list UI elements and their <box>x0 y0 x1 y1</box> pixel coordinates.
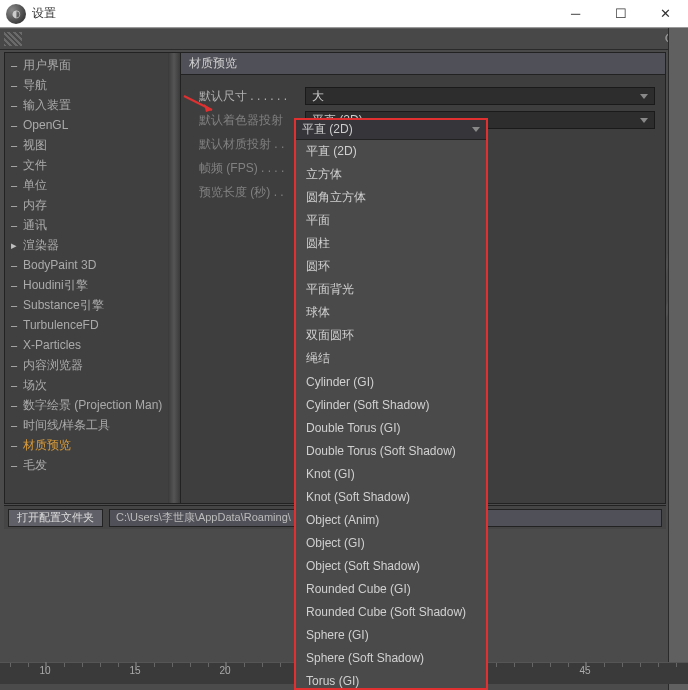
tree-dash-icon: – <box>11 339 23 351</box>
dropdown-option-12[interactable]: Double Torus (GI) <box>296 416 486 439</box>
tree-dash-icon: – <box>11 199 23 211</box>
sidebar-item-19[interactable]: –材质预览 <box>5 435 168 455</box>
toolbar <box>0 28 688 50</box>
sidebar-item-label: OpenGL <box>23 118 68 132</box>
ruler-minor-tick <box>172 663 173 667</box>
sidebar-item-11[interactable]: –Houdini引擎 <box>5 275 168 295</box>
ruler-tick: 20 <box>219 665 230 676</box>
sidebar-item-12[interactable]: –Substance引擎 <box>5 295 168 315</box>
sidebar-item-14[interactable]: –X-Particles <box>5 335 168 355</box>
sidebar-item-15[interactable]: –内容浏览器 <box>5 355 168 375</box>
ruler-minor-tick <box>190 663 191 667</box>
sidebar-item-label: TurbulenceFD <box>23 318 99 332</box>
ruler-minor-tick <box>514 663 515 667</box>
dropdown-selected[interactable]: 平直 (2D) <box>296 120 486 140</box>
sidebar-item-label: X-Particles <box>23 338 81 352</box>
dropdown-option-16[interactable]: Object (Anim) <box>296 508 486 531</box>
sidebar-item-label: Houdini引擎 <box>23 277 88 294</box>
sidebar-item-10[interactable]: –BodyPaint 3D <box>5 255 168 275</box>
sidebar-item-18[interactable]: –时间线/样条工具 <box>5 415 168 435</box>
sidebar-scrollbar[interactable] <box>168 53 180 503</box>
ruler-minor-tick <box>64 663 65 667</box>
label-fps: 帧频 (FPS) . . . . <box>199 160 305 177</box>
ruler-minor-tick <box>586 663 587 667</box>
tree-dash-icon: – <box>11 459 23 471</box>
ruler-minor-tick <box>676 663 677 667</box>
dropdown-option-5[interactable]: 圆环 <box>296 255 486 278</box>
dropdown-option-19[interactable]: Rounded Cube (GI) <box>296 577 486 600</box>
ruler-minor-tick <box>568 663 569 667</box>
grip-icon <box>4 32 22 46</box>
tree-dash-icon: – <box>11 159 23 171</box>
dropdown-option-23[interactable]: Torus (GI) <box>296 669 486 690</box>
ruler-minor-tick <box>496 663 497 667</box>
label-preview-length: 预览长度 (秒) . . <box>199 184 305 201</box>
dropdown-option-17[interactable]: Object (GI) <box>296 531 486 554</box>
sidebar-item-8[interactable]: –通讯 <box>5 215 168 235</box>
sidebar-item-20[interactable]: –毛发 <box>5 455 168 475</box>
sidebar-item-label: 场次 <box>23 377 47 394</box>
ruler-minor-tick <box>658 663 659 667</box>
tree-dash-icon: – <box>11 139 23 151</box>
ruler-minor-tick <box>82 663 83 667</box>
sidebar-item-label: 输入装置 <box>23 97 71 114</box>
sidebar-item-4[interactable]: –视图 <box>5 135 168 155</box>
minimize-button[interactable]: ─ <box>553 0 598 28</box>
dropdown-selected-label: 平直 (2D) <box>302 121 353 138</box>
ruler-minor-tick <box>226 663 227 667</box>
sidebar-item-9[interactable]: ▸渲染器 <box>5 235 168 255</box>
dropdown-panel: 平直 (2D) 平直 (2D)立方体圆角立方体平面圆柱圆环平面背光球体双面圆环绳… <box>294 118 488 690</box>
dropdown-option-15[interactable]: Knot (Soft Shadow) <box>296 485 486 508</box>
sidebar-item-label: 数字绘景 (Projection Man) <box>23 397 162 414</box>
ruler-minor-tick <box>10 663 11 667</box>
sidebar-item-label: 用户界面 <box>23 57 71 74</box>
tree-dash-icon: – <box>11 379 23 391</box>
sidebar-item-13[interactable]: –TurbulenceFD <box>5 315 168 335</box>
sidebar-item-17[interactable]: –数字绘景 (Projection Man) <box>5 395 168 415</box>
sidebar-item-5[interactable]: –文件 <box>5 155 168 175</box>
dropdown-option-22[interactable]: Sphere (Soft Shadow) <box>296 646 486 669</box>
sidebar-item-label: 视图 <box>23 137 47 154</box>
dropdown-option-21[interactable]: Sphere (GI) <box>296 623 486 646</box>
titlebar: ◐ 设置 ─ ☐ ✕ <box>0 0 688 28</box>
sidebar-item-label: 通讯 <box>23 217 47 234</box>
dropdown-option-7[interactable]: 球体 <box>296 301 486 324</box>
sidebar-item-label: 材质预览 <box>23 437 71 454</box>
dropdown-option-13[interactable]: Double Torus (Soft Shadow) <box>296 439 486 462</box>
sidebar-item-16[interactable]: –场次 <box>5 375 168 395</box>
dropdown-option-9[interactable]: 绳结 <box>296 347 486 370</box>
dropdown-option-2[interactable]: 圆角立方体 <box>296 186 486 209</box>
dropdown-option-3[interactable]: 平面 <box>296 209 486 232</box>
dropdown-option-20[interactable]: Rounded Cube (Soft Shadow) <box>296 600 486 623</box>
tree-dash-icon: – <box>11 59 23 71</box>
open-config-folder-button[interactable]: 打开配置文件夹 <box>8 509 103 527</box>
tree-dash-icon: – <box>11 439 23 451</box>
dropdown-option-18[interactable]: Object (Soft Shadow) <box>296 554 486 577</box>
dropdown-option-11[interactable]: Cylinder (Soft Shadow) <box>296 393 486 416</box>
maximize-button[interactable]: ☐ <box>598 0 643 28</box>
window-title: 设置 <box>32 5 56 22</box>
ruler-minor-tick <box>622 663 623 667</box>
dropdown-option-6[interactable]: 平面背光 <box>296 278 486 301</box>
sidebar: –用户界面–导航–输入装置–OpenGL–视图–文件–单位–内存–通讯▸渲染器–… <box>5 53 181 503</box>
dropdown-option-0[interactable]: 平直 (2D) <box>296 140 486 163</box>
ruler-minor-tick <box>154 663 155 667</box>
dropdown-option-8[interactable]: 双面圆环 <box>296 324 486 347</box>
dropdown-option-1[interactable]: 立方体 <box>296 163 486 186</box>
label-material-projection: 默认材质投射 . . <box>199 136 305 153</box>
sidebar-item-1[interactable]: –导航 <box>5 75 168 95</box>
sidebar-item-0[interactable]: –用户界面 <box>5 55 168 75</box>
dropdown-option-10[interactable]: Cylinder (GI) <box>296 370 486 393</box>
close-button[interactable]: ✕ <box>643 0 688 28</box>
tree-dash-icon: – <box>11 119 23 131</box>
sidebar-item-7[interactable]: –内存 <box>5 195 168 215</box>
dropdown-option-4[interactable]: 圆柱 <box>296 232 486 255</box>
sidebar-item-6[interactable]: –单位 <box>5 175 168 195</box>
sidebar-item-2[interactable]: –输入装置 <box>5 95 168 115</box>
sidebar-item-3[interactable]: –OpenGL <box>5 115 168 135</box>
chevron-down-icon <box>472 127 480 132</box>
ruler-tick: 45 <box>579 665 590 676</box>
input-default-size[interactable]: 大 <box>305 87 655 105</box>
dropdown-option-14[interactable]: Knot (GI) <box>296 462 486 485</box>
sidebar-item-label: 内容浏览器 <box>23 357 83 374</box>
